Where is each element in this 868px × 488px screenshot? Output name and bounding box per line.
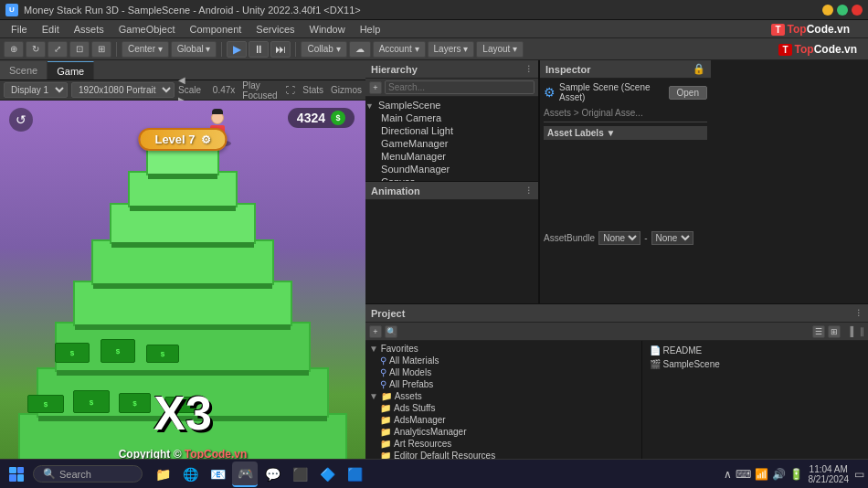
toolbar-cloud[interactable]: ☁ [349,41,371,58]
tree-art[interactable]: 📁Art Resources [365,438,641,450]
taskbar-app-code[interactable]: 🟦 [342,461,367,487]
animation-options[interactable]: ⋮ [524,186,533,196]
pause-button[interactable]: ⏸ [249,41,269,58]
topcode-brand-toolbar: TTopCode.vn [771,41,864,58]
tree-all-prefabs[interactable]: ⚲All Prefabs [365,378,641,390]
tree-readme[interactable]: 📄README [646,345,865,356]
hierarchy-options[interactable]: ⋮ [524,65,533,74]
taskbar: 🔍 Search 📁 🌐 📧 🎮 💬 ⬛ 🔷 🟦 ∧ ⌨ 📶 🔊 🔋 11:04… [0,459,868,488]
tree-all-models[interactable]: ⚲All Models [365,366,641,378]
game-viewport: 4324 $ ↺ Level 7 ⚙ X3 [0,101,365,468]
restart-button[interactable]: ↺ [9,108,33,132]
maximize-button[interactable] [837,5,848,16]
h-item-maincamera[interactable]: Main Camera [365,111,538,124]
toolbar-global[interactable]: Global ▾ [171,41,217,58]
project-search-btn[interactable]: 🔍 [385,325,397,338]
menu-services[interactable]: Services [249,20,302,38]
project-view-btn[interactable]: ☰ [812,325,825,338]
taskbar-apps: 📁 🌐 📧 🎮 💬 ⬛ 🔷 🟦 [150,461,367,487]
hierarchy-add-btn[interactable]: + [369,81,382,94]
close-button[interactable] [852,5,863,16]
menu-edit[interactable]: Edit [35,20,67,38]
minimize-button[interactable] [822,5,833,16]
tray-battery[interactable]: 🔋 [789,468,803,481]
tree-ads-stuffs[interactable]: 📁Ads Stuffs [365,402,641,414]
taskbar-app-unity[interactable]: 🎮 [232,461,258,487]
hierarchy-search[interactable] [385,80,535,94]
toolbar-account[interactable]: Account ▾ [373,41,426,58]
inspector-content: ⚙ Sample Scene (Scene Asset) Open Assets… [540,79,711,249]
project-grid-btn[interactable]: ⊞ [828,325,841,338]
menu-help[interactable]: Help [353,20,388,38]
toolbar-pivot[interactable]: Center ▾ [122,41,169,58]
toolbar-transform-all[interactable]: ⊞ [91,41,111,58]
menu-component[interactable]: Component [182,20,249,38]
project-options[interactable]: ⋮ [854,309,863,318]
stats-btn[interactable]: Stats [302,85,323,95]
tab-scene[interactable]: Scene [0,61,48,80]
taskbar-app-discord[interactable]: 💬 [259,461,285,487]
window-controls [822,5,863,16]
toolbar-collab[interactable]: Collab ▾ [301,41,346,58]
hierarchy-header: Hierarchy ⋮ [365,60,538,79]
taskbar-app-steam[interactable]: ⬛ [287,461,312,487]
menu-gameobject[interactable]: GameObject [111,20,183,38]
h-item-canvas[interactable]: Canvas [365,175,538,181]
toolbar-transform-rotate[interactable]: ↻ [26,41,46,58]
step-button[interactable]: ⏭ [270,41,291,58]
h-item-gamemanager[interactable]: GameManager [365,137,538,150]
hierarchy-toolbar: + [365,79,538,97]
taskbar-app-vs[interactable]: 🔷 [314,461,340,487]
start-button[interactable] [4,461,29,487]
tray-up-arrow[interactable]: ∧ [724,468,732,481]
tree-ads-manager[interactable]: 📁AdsManager [365,414,641,426]
toolbar-transform-rect[interactable]: ⊡ [69,41,90,58]
resolution-select[interactable]: 1920x1080 Portrait [71,82,175,98]
toolbar-layers[interactable]: Layers ▾ [428,41,475,58]
toolbar-transform-scale[interactable]: ⤢ [48,41,68,58]
tray-network[interactable]: 📶 [755,468,768,481]
h-item-menumanager[interactable]: MenuManager [365,150,538,163]
multiplier: X3 [153,386,212,440]
open-button[interactable]: Open [669,86,707,100]
tree-assets[interactable]: ▼ 📁Assets [365,390,641,402]
score-value: 4324 [297,111,325,125]
tree-analytics[interactable]: 📁AnalyticsManager [365,426,641,438]
asset-labels-section[interactable]: Asset Labels ▼ [544,126,707,140]
animation-panel: Animation ⋮ [365,182,538,303]
project-add-btn[interactable]: + [369,325,382,338]
asset-bundle-sep: - [644,233,647,243]
toolbar-transform-move[interactable]: ⊕ [4,41,24,58]
toolbar-layout[interactable]: Layout ▾ [476,41,524,58]
h-item-dirlight[interactable]: Directional Light [365,124,538,137]
taskbar-app-email[interactable]: 📧 [205,461,230,487]
h-item-soundmanager[interactable]: SoundManager [365,163,538,175]
tree-all-materials[interactable]: ⚲All Materials [365,355,641,366]
tray-sound[interactable]: 🔊 [772,468,786,481]
tab-game[interactable]: Game [48,61,94,80]
tray-keyboard[interactable]: ⌨ [736,468,751,481]
tree-favorites[interactable]: ▼ Favorites [365,343,641,355]
mid-top: Hierarchy ⋮ + ▼ SampleScene [365,60,868,303]
tree-samplescene[interactable]: 🎬SampleScene [646,358,865,370]
menu-assets[interactable]: Assets [67,20,111,38]
taskbar-app-files[interactable]: 📁 [150,461,175,487]
animation-content [365,200,538,303]
inspector-lock[interactable]: 🔒 [693,63,705,75]
h-item-samplescene[interactable]: ▼ SampleScene [365,99,538,111]
system-clock[interactable]: 11:04 AM 8/21/2024 [809,464,850,484]
menu-file[interactable]: File [4,20,35,38]
level-bar: Level 7 ⚙ [138,128,227,151]
gizmos-btn[interactable]: Gizmos [331,85,362,95]
project-slider[interactable]: ▐ [847,326,853,336]
play-button[interactable]: ▶ [227,41,247,58]
view-options: Display 1 1920x1080 Portrait ◀ Scale ▶ 0… [0,80,365,101]
taskbar-app-browser[interactable]: 🌐 [177,461,203,487]
asset-bundle-variant-select[interactable]: None [651,231,693,245]
display-select[interactable]: Display 1 [4,82,68,98]
taskbar-search[interactable]: 🔍 Search [33,465,143,483]
asset-bundle-select[interactable]: None [598,231,640,245]
menu-window[interactable]: Window [302,20,353,38]
show-desktop[interactable]: ▭ [854,468,864,481]
play-focused-label: Play Focused [242,80,282,101]
